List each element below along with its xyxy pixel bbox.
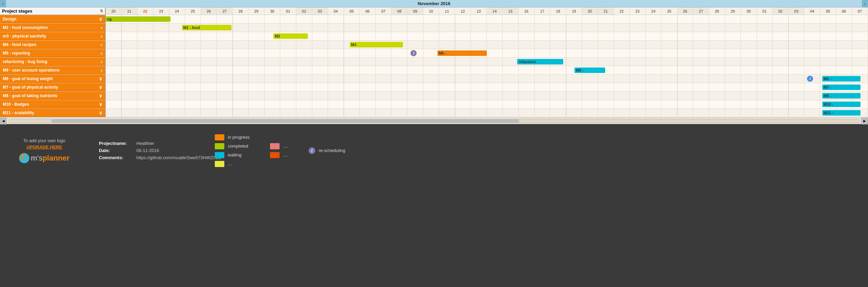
task-header-cell: Project stages ⇅: [0, 7, 106, 15]
date-value: 06-11-2016: [136, 148, 159, 153]
gantt-bar-m11[interactable]: M11 -: [822, 110, 860, 116]
grid-line-26: [519, 66, 535, 74]
task-name-m2[interactable]: M2 - food consumption›: [0, 24, 106, 32]
grid-line-12: [296, 15, 312, 23]
grid-line-10: [265, 24, 281, 32]
grid-line-42: [773, 66, 789, 74]
grid-line-41: [757, 58, 773, 66]
legend-label-pink: ....: [283, 144, 288, 149]
gantt-bar-design[interactable]: ng: [106, 16, 170, 22]
expand-icon-m10[interactable]: ∨: [99, 102, 102, 107]
grid-line-28: [550, 66, 566, 74]
task-label-design: Design: [3, 17, 16, 21]
task-name-m3[interactable]: m3 - physical eactivity›: [0, 32, 106, 40]
grid-line-23: [471, 41, 487, 49]
scrollbar-track[interactable]: [8, 119, 860, 123]
task-name-m9[interactable]: M9 - user account operations›: [0, 66, 106, 74]
info-icon-m5[interactable]: i: [410, 50, 417, 56]
grid-line-40: [741, 100, 757, 108]
nav-arrow-left[interactable]: ‹: [0, 0, 6, 7]
grid-line-12: [296, 109, 312, 117]
scroll-left-arrow[interactable]: ◄: [0, 118, 7, 124]
grid-line-16: [360, 15, 376, 23]
grid-line-0: [106, 66, 122, 74]
gantt-bar-refact[interactable]: refactorin: [517, 59, 563, 64]
legend-label-waiting: waiting: [228, 152, 241, 157]
grid-line-28: [550, 32, 566, 40]
grid-line-37: [693, 92, 709, 100]
gantt-bar-m4[interactable]: M4: [350, 42, 403, 47]
expand-icon-m5[interactable]: ›: [101, 50, 102, 56]
gantt-bar-m8[interactable]: M8 -: [822, 93, 860, 99]
grid-line-4: [169, 92, 185, 100]
scrollbar-thumb[interactable]: [51, 119, 519, 123]
grid-line-47: [852, 49, 868, 57]
task-name-design[interactable]: Design∨: [0, 15, 106, 23]
task-name-m4[interactable]: M4 - food recipes›: [0, 41, 106, 49]
expand-icon-m11[interactable]: ∨: [99, 110, 102, 116]
grid-line-20: [423, 100, 439, 108]
expand-icon-m6[interactable]: ∨: [99, 76, 102, 81]
expand-icon-m4[interactable]: ›: [101, 42, 102, 47]
gantt-bar-m5[interactable]: M5 -: [437, 50, 487, 56]
grid-line-13: [312, 15, 328, 23]
grid-line-5: [185, 32, 201, 40]
grid-line-19: [407, 66, 423, 74]
upgrade-link[interactable]: UPGRADE HERE: [27, 145, 62, 150]
scroll-right-arrow[interactable]: ►: [861, 118, 868, 124]
grid-line-9: [249, 49, 265, 57]
grid-line-46: [836, 66, 852, 74]
gantt-bar-m9[interactable]: M9 -: [574, 67, 605, 73]
task-name-m7[interactable]: M7 - goal of physical activity∨: [0, 83, 106, 91]
expand-icon-design[interactable]: ∨: [99, 16, 102, 22]
reschedule-label: re-scheduling: [319, 148, 345, 153]
gantt-bar-m2[interactable]: M2 - food: [182, 25, 231, 30]
gantt-bar-m6[interactable]: M6 -: [822, 76, 860, 81]
grid-line-19: [407, 15, 423, 23]
project-value: Healthier: [136, 141, 154, 146]
grid-line-5: [185, 109, 201, 117]
gantt-row-m2: M2 - food consumption›M2 - food: [0, 24, 868, 32]
task-name-m5[interactable]: M5 - reporting›: [0, 49, 106, 57]
grid-line-34: [646, 58, 662, 66]
grid-line-40: [741, 109, 757, 117]
grid-line-11: [280, 58, 296, 66]
expand-icon-m3[interactable]: ›: [101, 33, 102, 39]
grid-line-29: [566, 109, 582, 117]
gantt-bar-m7[interactable]: M7 -: [822, 85, 860, 90]
expand-icon-m8[interactable]: ∨: [99, 93, 102, 99]
grid-line-21: [439, 83, 455, 91]
task-name-m6[interactable]: M6 - goal of losing weight∨: [0, 75, 106, 83]
grid-line-28: [550, 41, 566, 49]
grid-line-32: [614, 100, 630, 108]
task-name-refact[interactable]: refactoring - bug fixing›: [0, 58, 106, 66]
grid-line-35: [661, 49, 677, 57]
grid-line-20: [423, 83, 439, 91]
expand-icon-m2[interactable]: ›: [101, 25, 102, 30]
expand-icon-m9[interactable]: ›: [101, 67, 102, 73]
expand-icon-refact[interactable]: ›: [101, 59, 102, 64]
grid-line-20: [423, 49, 439, 57]
gantt-bar-m10[interactable]: M10 -: [822, 102, 860, 107]
task-name-m8[interactable]: M8 - goal of taking nutrients∨: [0, 92, 106, 100]
day-cell-16: 06: [360, 7, 376, 15]
grid-line-31: [598, 24, 614, 32]
info-icon-m6[interactable]: i: [807, 76, 813, 82]
grid-line-39: [725, 83, 741, 91]
expand-icon-m7[interactable]: ∨: [99, 85, 102, 90]
scrollbar-row[interactable]: ◄ ►: [0, 117, 868, 124]
gantt-bar-m3[interactable]: M3: [273, 33, 308, 39]
grid-line-35: [661, 66, 677, 74]
grid-line-43: [789, 32, 805, 40]
grid-line-13: [312, 83, 328, 91]
task-name-m11[interactable]: M11 - scalability∨: [0, 109, 106, 117]
grid-line-11: [280, 83, 296, 91]
nav-arrow-right[interactable]: ›: [862, 0, 868, 7]
grid-line-4: [169, 15, 185, 23]
sort-icon[interactable]: ⇅: [100, 9, 103, 13]
grid-line-28: [550, 109, 566, 117]
grid-line-42: [773, 109, 789, 117]
task-name-m10[interactable]: M10 - Badges∨: [0, 100, 106, 108]
grid-line-22: [455, 15, 471, 23]
grid-line-16: [360, 49, 376, 57]
